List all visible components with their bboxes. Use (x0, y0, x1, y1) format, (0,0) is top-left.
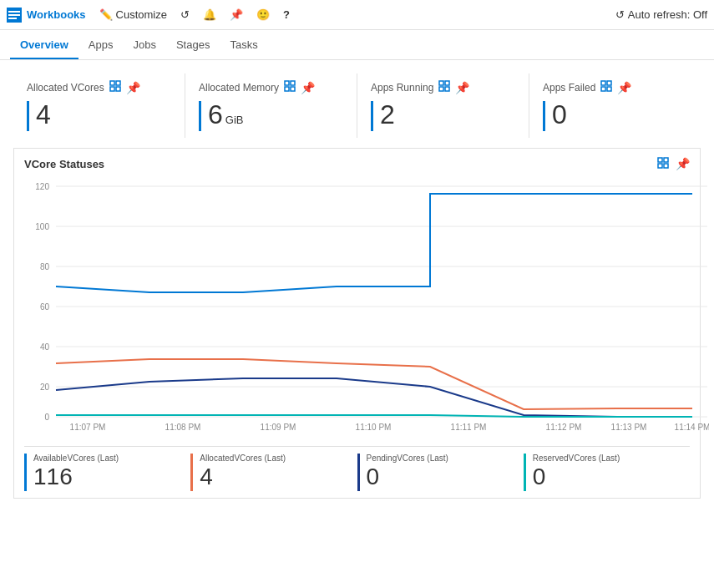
svg-text:11:11 PM: 11:11 PM (451, 423, 487, 432)
svg-text:11:09 PM: 11:09 PM (261, 423, 296, 432)
svg-rect-6 (110, 87, 114, 91)
svg-rect-13 (445, 81, 449, 85)
legend-value-allocated: 4 (200, 463, 350, 491)
legend-reserved-vcores: ReservedVCores (Last) 0 (524, 454, 690, 491)
svg-rect-18 (601, 87, 605, 91)
tab-jobs[interactable]: Jobs (123, 32, 165, 59)
svg-rect-10 (285, 87, 289, 91)
legend-label-pending: PendingVCores (Last) (367, 454, 517, 463)
tab-tasks[interactable]: Tasks (220, 32, 267, 59)
svg-rect-1 (8, 11, 20, 13)
svg-text:120: 120 (35, 182, 49, 191)
svg-rect-20 (658, 158, 662, 162)
svg-rect-21 (664, 158, 668, 162)
svg-rect-23 (664, 164, 668, 168)
legend-label-reserved: ReservedVCores (Last) (533, 454, 683, 463)
metric-icon-apps-failed[interactable] (600, 80, 612, 94)
metric-bar-apps-failed (543, 101, 545, 131)
brand-icon (7, 8, 22, 23)
legend-allocated-vcores: AllocatedVCores (Last) 4 (190, 454, 357, 491)
emoji-button[interactable]: 🙂 (256, 8, 270, 21)
bell-icon: 🔔 (203, 8, 216, 21)
legend-label-available: AvailableVCores (Last) (33, 454, 184, 463)
svg-rect-15 (445, 87, 449, 91)
legend-label-allocated: AllocatedVCores (Last) (200, 454, 350, 463)
svg-text:60: 60 (40, 302, 50, 312)
pin-button[interactable]: 📌 (230, 8, 243, 21)
tab-apps[interactable]: Apps (78, 32, 124, 59)
chart-container: 120 100 80 60 40 20 0 11:07 PM 11:0 (24, 178, 690, 439)
pin-icon-vcores[interactable]: 📌 (126, 81, 140, 94)
help-button[interactable]: ? (283, 8, 290, 21)
brand-label: Workbooks (27, 8, 86, 21)
legend-value-pending: 0 (367, 463, 517, 491)
svg-text:11:10 PM: 11:10 PM (356, 423, 392, 432)
chart-title: VCore Statuses (24, 158, 104, 170)
emoji-icon: 🙂 (256, 8, 270, 21)
metric-bar-vcores (27, 101, 29, 131)
metrics-row: Allocated VCores 📌 4 Allocated Memory 📌 (13, 74, 701, 138)
chart-section: VCore Statuses 📌 120 100 80 60 40 20 0 (13, 148, 701, 499)
metric-value-memory: 6 (208, 101, 223, 128)
tab-stages[interactable]: Stages (166, 32, 220, 59)
metric-title-memory: Allocated Memory (199, 82, 279, 94)
chart-header: VCore Statuses 📌 (24, 157, 690, 171)
svg-rect-8 (285, 81, 289, 85)
svg-text:100: 100 (35, 222, 49, 231)
customize-icon: ✏️ (99, 8, 113, 21)
metric-icon-vcores[interactable] (109, 80, 121, 94)
svg-rect-22 (658, 164, 662, 168)
metric-value-apps-running: 2 (380, 101, 395, 128)
help-icon: ? (283, 8, 290, 21)
metric-apps-failed: Apps Failed 📌 0 (529, 74, 701, 138)
pin-icon-apps-running[interactable]: 📌 (455, 81, 469, 94)
pin-icon-apps-failed[interactable]: 📌 (617, 81, 631, 94)
svg-text:0: 0 (44, 413, 49, 422)
metric-bar-memory (199, 101, 201, 131)
chart-pin-icon[interactable]: 📌 (676, 157, 690, 171)
vcore-chart: 120 100 80 60 40 20 0 11:07 PM 11:0 (24, 178, 709, 437)
chart-header-icons: 📌 (657, 157, 690, 171)
refresh-button[interactable]: ↺ (180, 8, 190, 21)
legend-row: AvailableVCores (Last) 116 AllocatedVCor… (24, 446, 690, 491)
refresh-icon: ↺ (180, 8, 190, 21)
pin-icon: 📌 (230, 8, 243, 21)
metric-title-apps-running: Apps Running (371, 82, 433, 94)
auto-refresh-label: Auto refresh: Off (628, 8, 707, 21)
svg-rect-2 (8, 14, 20, 16)
svg-text:11:14 PM: 11:14 PM (675, 423, 709, 432)
metric-icon-apps-running[interactable] (438, 80, 450, 94)
svg-text:11:13 PM: 11:13 PM (611, 423, 647, 432)
legend-pending-vcores: PendingVCores (Last) 0 (357, 454, 524, 491)
svg-rect-16 (601, 81, 605, 85)
svg-text:80: 80 (40, 262, 50, 271)
svg-rect-14 (439, 87, 443, 91)
metric-title-apps-failed: Apps Failed (543, 82, 595, 94)
metric-icon-memory[interactable] (284, 80, 296, 94)
customize-button[interactable]: ✏️ Customize (99, 8, 167, 21)
bell-button[interactable]: 🔔 (203, 8, 216, 21)
metric-apps-running: Apps Running 📌 2 (357, 74, 529, 138)
chart-grid-icon[interactable] (657, 157, 669, 171)
svg-rect-11 (291, 87, 295, 91)
main-content: Allocated VCores 📌 4 Allocated Memory 📌 (0, 60, 714, 499)
svg-text:20: 20 (40, 383, 50, 392)
tab-overview[interactable]: Overview (10, 32, 78, 59)
svg-text:40: 40 (40, 342, 50, 352)
svg-text:11:08 PM: 11:08 PM (165, 423, 201, 432)
auto-refresh[interactable]: ↺ Auto refresh: Off (615, 8, 707, 21)
pin-icon-memory[interactable]: 📌 (301, 81, 315, 94)
brand[interactable]: Workbooks (7, 8, 86, 23)
metric-title-vcores: Allocated VCores (27, 82, 104, 94)
svg-rect-3 (8, 18, 17, 19)
metric-allocated-memory: Allocated Memory 📌 6 GiB (185, 74, 357, 138)
svg-rect-9 (291, 81, 295, 85)
legend-available-vcores: AvailableVCores (Last) 116 (24, 454, 190, 491)
metric-value-vcores: 4 (36, 101, 51, 128)
metric-bar-apps-running (371, 101, 373, 131)
nav-tabs: Overview Apps Jobs Stages Tasks (0, 30, 714, 60)
svg-rect-7 (116, 87, 120, 91)
svg-rect-5 (116, 81, 120, 85)
metric-allocated-vcores: Allocated VCores 📌 4 (13, 74, 185, 138)
auto-refresh-icon: ↺ (615, 8, 625, 21)
